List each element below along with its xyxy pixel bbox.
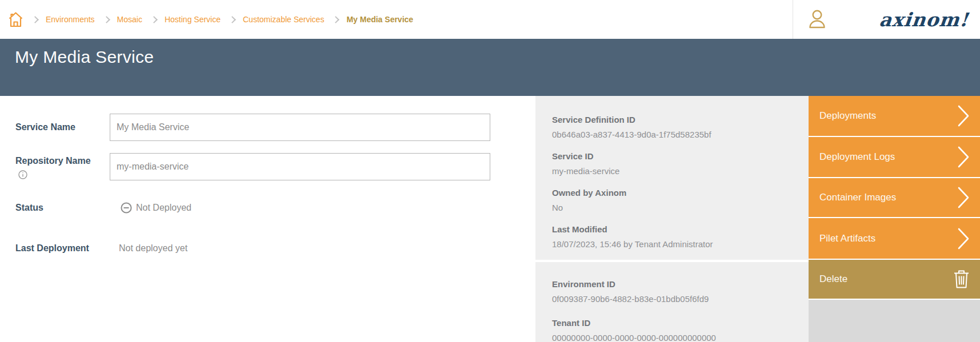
service-name-row: Service Name	[0, 113, 535, 141]
environment-id-value: 0f009387-90b6-4882-b83e-01bdb05f6fd9	[552, 294, 809, 304]
service-form: Service Name Repository Name	[0, 96, 535, 342]
deployments-label: Deployments	[819, 110, 876, 122]
page-title: My Media Service	[0, 39, 980, 67]
status-value: Not Deployed	[136, 203, 191, 213]
deployment-logs-label: Deployment Logs	[819, 151, 895, 163]
repository-name-row: Repository Name	[0, 153, 535, 180]
service-info-panel: Service Definition ID 0b646a03-a837-4413…	[535, 96, 809, 260]
tenant-id-value: 00000000-0000-0000-0000-000000000000	[552, 333, 809, 342]
sidebar-filler	[809, 300, 980, 342]
service-id-value: my-media-service	[552, 166, 809, 176]
last-modified-value: 18/07/2023, 15:46 by Tenant Administrato…	[552, 239, 809, 249]
sidebar-action-delete[interactable]: Delete	[809, 260, 980, 299]
sidebar-action-deployments[interactable]: Deployments	[809, 96, 980, 136]
info-icon[interactable]	[18, 170, 110, 179]
chevron-separator-icon	[229, 16, 236, 23]
axinom-logo: axinom!	[878, 9, 972, 31]
container-images-label: Container Images	[819, 192, 896, 203]
chevron-right-icon	[957, 104, 970, 127]
last-deployment-value: Not deployed yet	[119, 243, 187, 254]
delete-label: Delete	[819, 273, 847, 285]
environment-id-label: Environment ID	[552, 279, 809, 289]
breadcrumb-item-environments[interactable]: Environments	[46, 15, 95, 24]
sidebar-action-container-images[interactable]: Container Images	[809, 178, 980, 217]
home-icon[interactable]	[8, 11, 23, 28]
last-deployment-label: Last Deployment	[0, 243, 110, 254]
info-group: Service ID my-media-service	[552, 151, 809, 176]
service-name-label: Service Name	[0, 122, 110, 132]
last-deployment-row: Last Deployment Not deployed yet	[0, 243, 535, 254]
tenant-id-label: Tenant ID	[552, 318, 809, 328]
service-definition-id-label: Service Definition ID	[552, 115, 809, 124]
breadcrumb-item-hosting-service[interactable]: Hosting Service	[165, 15, 221, 24]
app-window: Environments Mosaic Hosting Service Cust…	[0, 0, 980, 342]
info-group: Last Modified 18/07/2023, 15:46 by Tenan…	[552, 224, 809, 249]
breadcrumb-item-customizable-services[interactable]: Customizable Services	[243, 15, 324, 24]
content-area: Service Name Repository Name	[0, 96, 980, 342]
top-bar: Environments Mosaic Hosting Service Cust…	[0, 0, 980, 39]
chevron-right-icon	[957, 227, 970, 250]
info-group: Service Definition ID 0b646a03-a837-4413…	[552, 115, 809, 139]
owned-by-axinom-label: Owned by Axinom	[552, 188, 809, 198]
chevron-right-icon	[957, 186, 970, 209]
chevron-separator-icon	[333, 16, 340, 23]
chevron-separator-icon	[31, 16, 39, 23]
sidebar-action-deployment-logs[interactable]: Deployment Logs	[809, 137, 980, 177]
repository-name-input[interactable]	[110, 153, 490, 180]
chevron-separator-icon	[150, 16, 158, 23]
info-group: Tenant ID 00000000-0000-0000-0000-000000…	[552, 318, 809, 342]
status-label: Status	[0, 203, 110, 213]
owned-by-axinom-value: No	[552, 203, 809, 212]
sidebar-action-pilet-artifacts[interactable]: Pilet Artifacts	[809, 218, 980, 259]
repository-name-label: Repository Name	[15, 156, 110, 166]
breadcrumb-current-page: My Media Service	[346, 15, 413, 24]
breadcrumb-item-mosaic[interactable]: Mosaic	[117, 15, 142, 24]
service-definition-id-value: 0b646a03-a837-4413-9d0a-1f75d58235bf	[552, 130, 809, 139]
service-name-input[interactable]	[110, 114, 490, 141]
info-group: Environment ID 0f009387-90b6-4882-b83e-0…	[552, 279, 809, 304]
breadcrumb: Environments Mosaic Hosting Service Cust…	[0, 11, 793, 28]
page-header: My Media Service	[0, 39, 980, 96]
status-row: Status Not Deployed	[0, 202, 535, 214]
chevron-right-icon	[957, 146, 970, 168]
user-area: axinom!	[793, 0, 980, 39]
trash-icon	[953, 269, 970, 289]
last-modified-label: Last Modified	[552, 224, 809, 234]
environment-info-panel: Environment ID 0f009387-90b6-4882-b83e-0…	[535, 262, 809, 342]
service-id-label: Service ID	[552, 151, 809, 161]
pilet-artifacts-label: Pilet Artifacts	[819, 233, 875, 244]
chevron-separator-icon	[103, 16, 110, 23]
user-icon[interactable]	[807, 9, 827, 30]
minus-circle-icon	[121, 202, 132, 214]
info-group: Owned by Axinom No	[552, 188, 809, 212]
action-sidebar: Deployments Deployment Logs Container Im…	[809, 96, 980, 342]
